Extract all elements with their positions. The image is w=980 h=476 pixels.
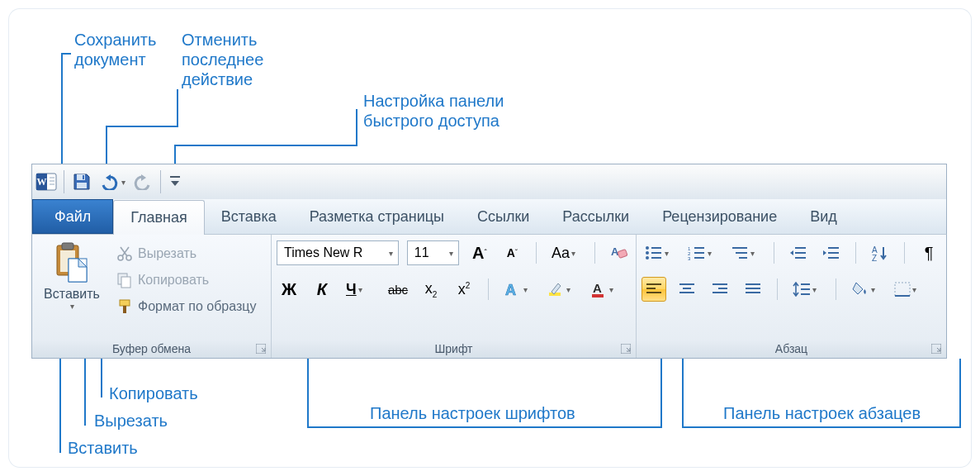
- svg-text:W: W: [37, 176, 47, 188]
- svg-point-34: [646, 256, 649, 259]
- font-color-button[interactable]: A ▾: [586, 277, 621, 302]
- tab-layout[interactable]: Разметка страницы: [293, 199, 461, 234]
- font-color-icon: A: [589, 280, 608, 298]
- svg-rect-11: [62, 243, 73, 250]
- font-size-combo[interactable]: 11 ▾: [407, 240, 459, 265]
- separator: [836, 278, 836, 300]
- justify-button[interactable]: [741, 277, 765, 302]
- svg-text:3: 3: [688, 256, 691, 260]
- svg-text:A: A: [505, 282, 516, 298]
- outdent-icon: [789, 245, 807, 260]
- callout-save-document: Сохранить документ: [74, 30, 156, 69]
- chevron-down-icon: ▾: [609, 285, 613, 294]
- callout-para-panel: Панель настроек абзацев: [723, 403, 921, 423]
- font-name-combo[interactable]: Times New R ▾: [277, 240, 399, 265]
- eraser-icon: A: [608, 244, 628, 262]
- svg-point-30: [646, 246, 649, 250]
- text-effects-button[interactable]: A ▾: [500, 277, 535, 302]
- tab-insert[interactable]: Вставка: [205, 199, 293, 234]
- tab-file[interactable]: Файл: [32, 199, 113, 234]
- leader-font-h: [307, 426, 662, 428]
- chevron-down-icon: ▾: [389, 249, 393, 258]
- redo-button[interactable]: [130, 169, 155, 194]
- bold-button[interactable]: Ж: [277, 277, 301, 302]
- format-painter-button[interactable]: Формат по образцу: [113, 295, 259, 318]
- tab-review[interactable]: Рецензирование: [646, 199, 793, 234]
- qat-separator: [64, 170, 64, 193]
- grow-font-button[interactable]: Aˆ: [467, 240, 492, 265]
- shrink-font-button[interactable]: Aˇ: [500, 240, 525, 265]
- svg-rect-68: [895, 283, 910, 296]
- sort-button[interactable]: AZ: [868, 240, 892, 265]
- cut-button[interactable]: Вырезать: [113, 242, 259, 265]
- svg-rect-20: [120, 300, 130, 306]
- chevron-down-icon: ▾: [523, 285, 528, 294]
- svg-rect-70: [931, 344, 941, 354]
- numbering-icon: 123: [688, 245, 706, 260]
- show-marks-button[interactable]: ¶: [916, 240, 941, 265]
- align-center-button[interactable]: [675, 277, 699, 302]
- align-right-button[interactable]: [708, 277, 732, 302]
- strikethrough-button[interactable]: abc: [386, 277, 410, 302]
- change-case-button[interactable]: Aa▾: [548, 240, 582, 265]
- tab-mailings[interactable]: Рассылки: [546, 199, 646, 234]
- separator: [777, 278, 778, 300]
- bullets-button[interactable]: ▾: [641, 240, 676, 265]
- tab-view[interactable]: Вид: [793, 199, 854, 234]
- launcher-paragraph[interactable]: [930, 342, 943, 355]
- qat-separator: [160, 170, 161, 193]
- save-button[interactable]: [69, 169, 94, 194]
- ribbon: W ▾ Файл Главная Вставка Разметка стран: [31, 164, 947, 359]
- launcher-clipboard[interactable]: [254, 342, 267, 355]
- leader-qat-h: [174, 145, 357, 146]
- chevron-down-icon: ▾: [665, 249, 669, 258]
- callout-paste: Вставить: [68, 438, 138, 458]
- justify-icon: [745, 283, 761, 296]
- separator: [855, 242, 856, 264]
- group-font: Times New R ▾ 11 ▾ Aˆ Aˇ Aa▾: [272, 235, 637, 358]
- chevron-down-icon: ▾: [708, 249, 712, 258]
- chevron-down-icon: ▾: [912, 285, 916, 294]
- subscript-button[interactable]: x2: [419, 277, 443, 302]
- svg-point-32: [646, 251, 649, 255]
- decrease-indent-button[interactable]: [786, 240, 811, 265]
- tab-home[interactable]: Главная: [113, 200, 205, 235]
- group-paragraph: ▾ 123 ▾ ▾: [637, 235, 946, 358]
- undo-button[interactable]: ▾: [96, 169, 129, 194]
- shading-button[interactable]: ▾: [848, 277, 883, 302]
- qat-customize-button[interactable]: [166, 169, 184, 194]
- leader-para-right: [959, 359, 961, 428]
- clear-formatting-button[interactable]: A: [606, 240, 631, 265]
- separator: [594, 242, 595, 264]
- highlight-button[interactable]: ▾: [543, 277, 578, 302]
- tab-references[interactable]: Ссылки: [461, 199, 546, 234]
- svg-rect-7: [83, 175, 84, 179]
- numbering-button[interactable]: 123 ▾: [684, 240, 719, 265]
- format-painter-icon: [116, 298, 133, 315]
- multilevel-list-button[interactable]: ▾: [727, 240, 762, 265]
- callout-font-panel: Панель настроек шрифтов: [370, 403, 575, 423]
- chevron-down-icon: ▾: [871, 285, 875, 294]
- align-left-button[interactable]: [641, 277, 666, 302]
- group-caption-font: Шрифт: [272, 340, 636, 358]
- launcher-font[interactable]: [619, 342, 632, 355]
- leader-undo-v2: [177, 89, 178, 127]
- superscript-button[interactable]: x2: [452, 277, 476, 302]
- increase-indent-button[interactable]: [819, 240, 844, 265]
- shading-icon: [851, 281, 869, 298]
- paste-button[interactable]: Вставить ▾: [37, 239, 107, 340]
- italic-button[interactable]: К: [310, 277, 334, 302]
- ribbon-tabs: Файл Главная Вставка Разметка страницы С…: [31, 199, 947, 235]
- group-caption-clipboard: Буфер обмена: [32, 340, 271, 358]
- line-spacing-button[interactable]: ▾: [789, 277, 824, 302]
- borders-button[interactable]: ▾: [891, 277, 926, 302]
- word-app-icon[interactable]: W: [34, 169, 59, 194]
- underline-button[interactable]: Ч▾: [343, 277, 377, 302]
- ribbon-groups: Вставить ▾ Вырезать Копировать: [31, 235, 947, 359]
- paste-icon: [54, 242, 90, 283]
- copy-button[interactable]: Копировать: [113, 269, 259, 292]
- format-painter-label: Формат по образцу: [138, 299, 256, 314]
- leader-save-h: [61, 53, 71, 55]
- chevron-down-icon: ▾: [812, 285, 817, 294]
- bullets-icon: [645, 245, 663, 260]
